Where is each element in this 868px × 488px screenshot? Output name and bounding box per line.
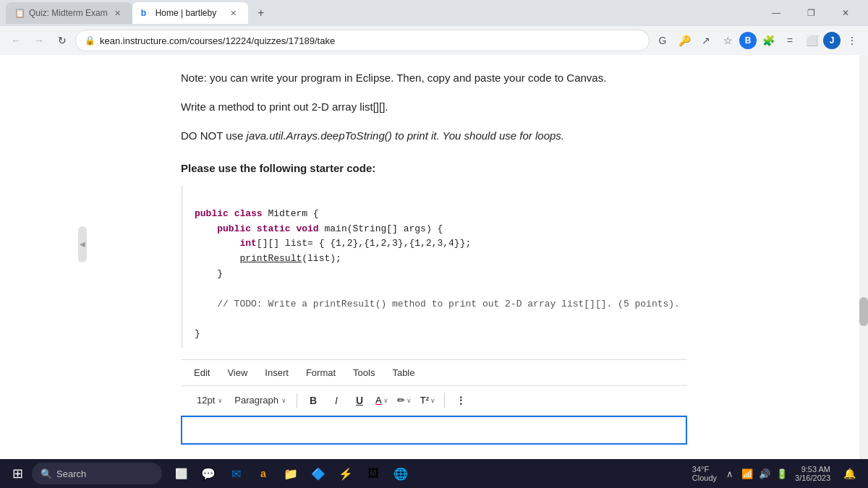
code-printresult: printResult [239, 253, 302, 264]
search-icon: 🔍 [41, 468, 52, 479]
tab-home[interactable]: b Home | bartleby ✕ [132, 2, 248, 24]
tab-quiz[interactable]: 📋 Quiz: Midterm Exam ✕ [6, 2, 132, 24]
address-text: kean.instructure.com/courses/12224/quizz… [100, 35, 640, 46]
format-separator-2 [444, 393, 445, 408]
close-button[interactable]: ✕ [829, 0, 862, 26]
profile-avatar[interactable]: J [823, 32, 841, 49]
minimize-button[interactable]: — [760, 0, 793, 26]
more-menu-button[interactable]: ⋮ [842, 30, 862, 51]
format-separator-1 [297, 393, 297, 408]
superscript-chevron: ∨ [430, 397, 435, 404]
menu-format[interactable]: Format [305, 364, 337, 381]
taskbar-right: 34°F Cloudy ∧ 📶 🔊 🔋 9:53 AM 3/16/2023 🔔 [692, 461, 862, 487]
superscript-label: T² [420, 395, 429, 406]
warning-italic: java.util.Arrays.deepToString() to print… [247, 129, 564, 142]
teams-app[interactable]: 💬 [195, 461, 221, 487]
edge-icon: 🌐 [393, 467, 408, 481]
font-size-value: 12pt [197, 395, 215, 406]
warning-text: DO NOT use java.util.Arrays.deepToString… [181, 127, 687, 145]
forward-button[interactable]: → [29, 30, 49, 51]
tab-close-home[interactable]: ✕ [228, 7, 239, 19]
wifi-icon[interactable]: 📶 [740, 468, 754, 479]
menu-icon[interactable]: ⬜ [801, 30, 822, 51]
extension-icon[interactable]: 🔑 [674, 30, 694, 51]
highlight-button[interactable]: ✏ ∨ [394, 395, 414, 406]
tab-bar: 📋 Quiz: Midterm Exam ✕ b Home | bartleby… [0, 0, 868, 26]
clock-time: 9:53 AM [801, 465, 830, 474]
weather-info[interactable]: 34°F Cloudy [692, 465, 717, 482]
scrollbar[interactable] [859, 55, 868, 459]
profile-icon[interactable]: B [739, 32, 757, 49]
font-color-label: A [375, 395, 382, 406]
store-app[interactable]: 🔷 [305, 461, 331, 487]
address-input[interactable]: 🔒 kean.instructure.com/courses/12224/qui… [75, 30, 650, 51]
editor-section: Edit View Insert Format Tools Table 12pt… [181, 359, 687, 445]
kw-int: int [239, 238, 256, 249]
photos-icon: 🖼 [367, 467, 379, 480]
sys-icons: ∧ 📶 🔊 🔋 [723, 468, 789, 479]
paragraph-dropdown[interactable]: Paragraph ∨ [230, 392, 291, 408]
instruction-text: Write a method to print out 2-D array li… [181, 98, 687, 116]
files-icon: 📁 [284, 467, 298, 481]
mail-icon: ✉ [231, 467, 241, 481]
editor-menu-bar: Edit View Insert Format Tools Table [181, 360, 687, 386]
menu-view[interactable]: View [226, 364, 249, 381]
weather-temp: 34°F [692, 465, 709, 474]
mail-app[interactable]: ✉ [223, 461, 249, 487]
refresh-button[interactable]: ↻ [52, 30, 72, 51]
menu-table[interactable]: Table [391, 364, 416, 381]
bookmark-icon[interactable]: ☆ [718, 30, 738, 51]
window-controls: — ❐ ✕ [760, 0, 862, 26]
font-size-dropdown[interactable]: 12pt ∨ [192, 392, 227, 408]
photos-app[interactable]: 🖼 [360, 461, 386, 487]
start-button[interactable]: ⊞ [6, 462, 29, 485]
menu-insert[interactable]: Insert [263, 364, 290, 381]
search-box[interactable]: 🔍 Search [32, 463, 162, 484]
taskview-app[interactable]: ⬜ [168, 461, 194, 487]
code-list-decl: [][] list= { {1,2},{1,2,3},{1,2,3,4}}; [257, 238, 471, 249]
sidebar-toggle[interactable]: ◀ [78, 226, 87, 262]
classname: Midterm { [268, 208, 318, 219]
new-tab-button[interactable]: + [251, 3, 271, 23]
edge-app[interactable]: 🌐 [388, 461, 414, 487]
notification-button[interactable]: 🔔 [836, 461, 862, 487]
font-color-button[interactable]: A ∨ [373, 395, 391, 406]
start-icon: ⊞ [12, 466, 23, 481]
google-icon[interactable]: G [652, 30, 673, 51]
battery-icon[interactable]: 🔋 [775, 468, 789, 479]
more-options-button[interactable]: ⋮ [451, 390, 471, 411]
warning-prefix: DO NOT use [181, 129, 247, 142]
lightning-app[interactable]: ⚡ [333, 461, 359, 487]
restore-button[interactable]: ❐ [794, 0, 827, 26]
editor-input-area[interactable] [181, 416, 687, 445]
taskview-icon: ⬜ [175, 468, 187, 479]
menu-tools[interactable]: Tools [352, 364, 376, 381]
back-button[interactable]: ← [6, 30, 26, 51]
scrollbar-thumb[interactable] [859, 297, 868, 326]
font-color-chevron: ∨ [383, 397, 388, 404]
store-icon: 🔷 [311, 467, 326, 481]
kw-class: class [234, 208, 263, 219]
chevron-up-icon[interactable]: ∧ [723, 468, 737, 479]
share-icon[interactable]: ↗ [696, 30, 716, 51]
menu-edit[interactable]: Edit [192, 364, 211, 381]
volume-icon[interactable]: 🔊 [757, 468, 772, 479]
tab-close-quiz[interactable]: ✕ [112, 7, 124, 19]
bold-button[interactable]: B [303, 390, 323, 411]
tab-favicon-quiz: 📋 [14, 8, 25, 18]
superscript-button[interactable]: T² ∨ [417, 395, 438, 406]
italic-button[interactable]: I [326, 390, 346, 411]
extensions-icon[interactable]: 🧩 [758, 30, 778, 51]
sync-icon[interactable]: = [780, 30, 800, 51]
underline-button[interactable]: U [349, 390, 370, 411]
content-area: Note: you can write your program in Ecli… [0, 55, 868, 459]
starter-label: Please use the following starter code: [181, 162, 687, 174]
files-app[interactable]: 📁 [278, 461, 304, 487]
kw-public-2: public [217, 223, 251, 234]
amazon-app[interactable]: a [250, 461, 276, 487]
font-size-chevron: ∨ [218, 397, 223, 404]
search-text: Search [56, 468, 86, 479]
taskbar-apps: ⬜ 💬 ✉ a 📁 🔷 ⚡ 🖼 🌐 [168, 461, 414, 487]
notification-icon: 🔔 [843, 468, 856, 479]
clock[interactable]: 9:53 AM 3/16/2023 [795, 465, 830, 482]
